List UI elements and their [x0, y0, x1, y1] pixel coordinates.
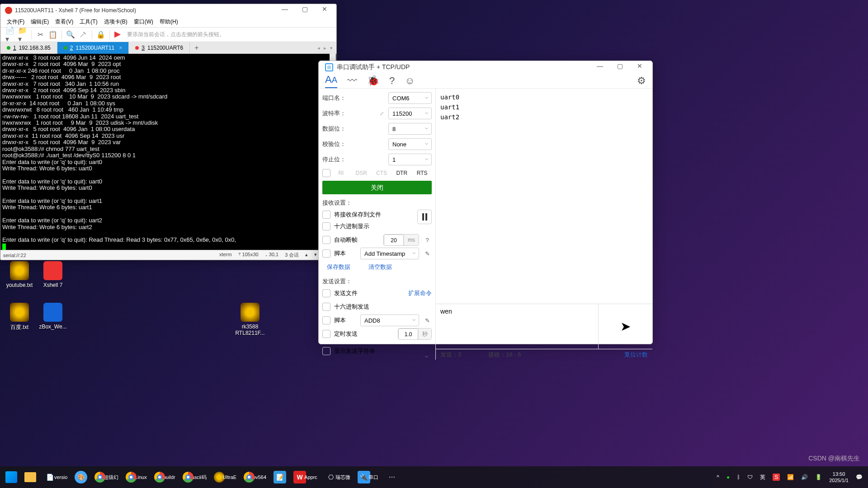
menu-help[interactable]: 帮助(H)	[160, 18, 178, 26]
help-icon[interactable]: ?	[423, 237, 432, 244]
tab-3[interactable]: 3 115200UART6	[129, 42, 190, 54]
paste-icon[interactable]: 📋	[49, 31, 57, 39]
clear-data-link[interactable]: 清空数据	[368, 263, 392, 271]
menu-tools[interactable]: 工具(T)	[80, 18, 97, 26]
ext-cmd-link[interactable]: 扩展命令	[408, 289, 432, 297]
terminal[interactable]: drwxr-xr-x 3 root root 4096 Jun 14 2024 …	[0, 54, 336, 250]
xshell-titlebar[interactable]: 115200UART11 - Xshell 7 (Free for Home/S…	[0, 4, 336, 17]
smile-icon[interactable]: ☺	[405, 75, 415, 87]
minimize-button[interactable]: —	[590, 61, 610, 74]
save-file-checkbox[interactable]	[322, 211, 330, 219]
menu-edit[interactable]: 编辑(E)	[31, 18, 49, 26]
pause-button[interactable]	[417, 210, 432, 224]
script-rx-checkbox[interactable]	[322, 249, 330, 258]
bluetooth-icon[interactable]: ᛒ	[737, 474, 740, 480]
new-tab-button[interactable]: +	[190, 42, 203, 54]
taskbar-item[interactable]: 超级幻	[94, 472, 118, 483]
lock-icon[interactable]: 🔒	[97, 31, 105, 39]
explorer-icon[interactable]	[24, 472, 36, 482]
wifi-icon[interactable]: 📶	[787, 474, 794, 480]
overflow-icon[interactable]: ⋯	[386, 471, 398, 483]
autobreak-checkbox[interactable]	[322, 236, 330, 244]
parity-select[interactable]: None	[388, 138, 432, 150]
menu-view[interactable]: 查看(V)	[55, 18, 73, 26]
new-session-icon[interactable]: 📄▾	[6, 31, 14, 39]
send-file-checkbox[interactable]	[322, 289, 330, 297]
signal-rts[interactable]: RTS	[412, 169, 432, 177]
send-button[interactable]: ➤	[598, 304, 652, 349]
open-folder-icon[interactable]: 📁▾	[19, 31, 27, 39]
tab-2[interactable]: 2 115200UART11×	[57, 42, 129, 54]
save-data-link[interactable]: 保存数据	[327, 263, 350, 271]
rx-textarea[interactable]: uart0 uart1 uart2	[436, 89, 652, 304]
font-icon[interactable]: AA	[325, 74, 337, 88]
status-up-icon[interactable]: ▴	[305, 252, 308, 258]
script-tx-select[interactable]: ADD8	[360, 314, 419, 326]
status-down-icon[interactable]: ▾	[314, 252, 317, 258]
taskbar-item[interactable]: UltraE	[214, 472, 237, 483]
start-button[interactable]	[5, 471, 17, 483]
desktop-icon[interactable]: youtube.txt	[4, 261, 35, 288]
tab-menu-icon[interactable]: ▾	[330, 45, 333, 51]
maximize-button[interactable]: ▢	[295, 4, 315, 17]
wave-icon[interactable]: 〰	[347, 75, 357, 87]
taskbar-item[interactable]: WApprc	[293, 471, 317, 483]
menu-window[interactable]: 窗口(W)	[134, 18, 153, 26]
tab-next-icon[interactable]: ▸	[324, 45, 326, 51]
close-button[interactable]: ✕	[630, 61, 650, 74]
close-tab-icon[interactable]: ×	[119, 45, 122, 51]
menu-file[interactable]: 文件(F)	[7, 18, 24, 26]
tray-chevron-icon[interactable]: ^	[717, 474, 719, 480]
taskbar-item[interactable]: buildr	[154, 472, 175, 483]
taskbar-item[interactable]: 🔌串口	[358, 471, 378, 483]
taskbar-item[interactable]: ascii码	[183, 472, 207, 483]
signal-checkbox[interactable]	[322, 169, 330, 177]
script-tx-checkbox[interactable]	[322, 316, 330, 324]
stopbits-select[interactable]: 1	[388, 154, 432, 165]
bug-icon[interactable]: 🐞	[367, 75, 379, 87]
menu-tabs[interactable]: 选项卡(B)	[104, 18, 127, 26]
ime-indicator[interactable]: 英	[760, 474, 765, 481]
script-rx-select[interactable]: Add Timestamp	[360, 248, 419, 259]
desktop-icon[interactable]: zBox_We...	[37, 303, 69, 330]
gear-icon[interactable]: ⚙	[637, 75, 646, 87]
serial-titlebar[interactable]: 串口调试助手 + TCP/UDP — ▢ ✕	[319, 61, 652, 74]
volume-icon[interactable]: 🔊	[801, 474, 808, 480]
timed-checkbox[interactable]	[322, 330, 330, 338]
tx-textarea[interactable]: wen	[436, 304, 598, 349]
taskbar-item[interactable]: ov564	[244, 472, 266, 483]
desktop-icon[interactable]: 百度.txt	[4, 303, 35, 331]
help-icon[interactable]: ?	[389, 75, 395, 87]
hex-rx-checkbox[interactable]	[322, 222, 330, 230]
wechat-icon[interactable]: ●	[726, 474, 730, 480]
signal-dtr[interactable]: DTR	[392, 169, 411, 177]
minimize-button[interactable]: —	[275, 4, 295, 17]
taskbar-item[interactable]: ⎔瑞芯微	[325, 471, 350, 483]
timed-value[interactable]: 1.0	[398, 328, 418, 340]
tab-prev-icon[interactable]: ◂	[317, 45, 320, 51]
port-select[interactable]: COM6	[388, 92, 432, 104]
taskbar-item[interactable]: Linux	[126, 472, 146, 483]
sogou-icon[interactable]: S	[773, 474, 780, 481]
battery-icon[interactable]: 🔋	[815, 474, 822, 480]
antenna-icon[interactable]: ⟋	[377, 110, 386, 117]
baud-select[interactable]: 115200	[388, 108, 432, 119]
show-tx-checkbox[interactable]	[322, 347, 330, 355]
cut-icon[interactable]: ✂	[36, 31, 44, 39]
clock[interactable]: 13:502025/1/1	[829, 471, 849, 483]
desktop-icon[interactable]: rk3588 RTL8211F...	[234, 303, 266, 336]
close-port-button[interactable]: 关闭	[322, 181, 432, 194]
quick-cmd-icon[interactable]: ⸕	[79, 31, 87, 39]
taskbar-item[interactable]: 🎨	[75, 471, 87, 483]
taskbar-item[interactable]: 📝	[274, 471, 286, 483]
shield-icon[interactable]: 🛡	[747, 474, 753, 480]
maximize-button[interactable]: ▢	[610, 61, 630, 74]
databits-select[interactable]: 8	[388, 123, 432, 135]
taskbar-item[interactable]: 📄versio	[43, 471, 67, 483]
tab-1[interactable]: 1 192.168.3.85	[0, 42, 57, 54]
desktop-icon[interactable]: Xshell 7	[37, 261, 69, 288]
autobreak-value[interactable]: 20	[384, 235, 404, 246]
edit-icon[interactable]: ✎	[423, 250, 432, 257]
close-button[interactable]: ✕	[315, 4, 335, 17]
hex-tx-checkbox[interactable]	[322, 303, 330, 311]
